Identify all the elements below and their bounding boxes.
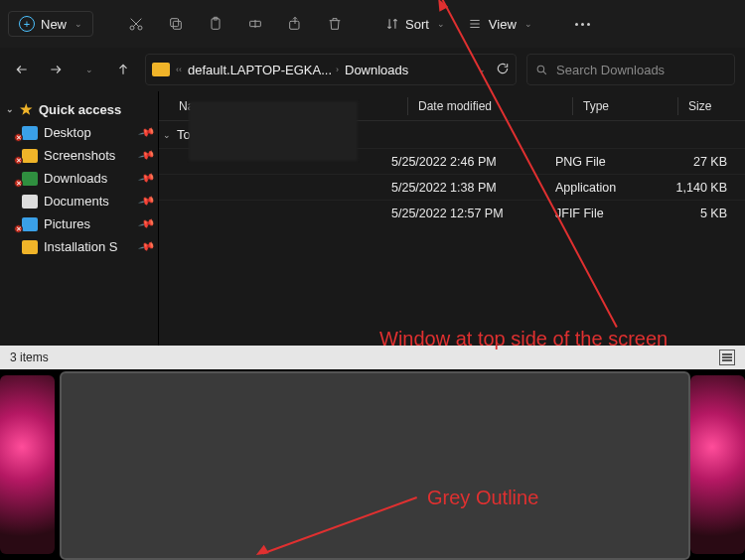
cut-button[interactable]: [119, 7, 153, 41]
star-icon: ★: [20, 101, 33, 117]
copy-button[interactable]: [159, 7, 193, 41]
table-row[interactable]: 5/25/2022 1:38 PM Application 1,140 KB: [159, 174, 745, 200]
chevron-down-icon: ⌄: [524, 19, 532, 29]
col-date[interactable]: Date modified: [408, 99, 572, 113]
chevron-down-icon: ⌄: [6, 104, 14, 114]
desktop-icon: [22, 126, 38, 140]
search-input[interactable]: Search Downloads: [526, 54, 735, 85]
details-view-icon[interactable]: [719, 350, 735, 365]
snap-outline: [60, 371, 690, 560]
view-label: View: [489, 17, 517, 32]
forward-button[interactable]: [44, 58, 68, 81]
more-button[interactable]: [566, 7, 600, 41]
downloads-icon: [22, 172, 38, 186]
pin-icon: 📌: [138, 214, 157, 232]
nav-row: ⌄ ‹‹ default.LAPTOP-EGKA...› Downloads ⌄…: [0, 48, 745, 91]
paste-button[interactable]: [199, 7, 232, 41]
pin-icon: 📌: [138, 192, 157, 210]
breadcrumb-item[interactable]: Downloads: [345, 63, 408, 77]
desktop-area: [0, 369, 745, 560]
new-label: New: [41, 17, 67, 32]
breadcrumb-item[interactable]: default.LAPTOP-EGKA...›: [188, 63, 339, 77]
redacted-filenames: [189, 101, 358, 161]
documents-icon: [22, 195, 38, 209]
wallpaper-left: [0, 375, 55, 554]
folder-icon: [22, 240, 38, 254]
chevron-down-icon: ⌄: [74, 19, 82, 29]
svg-rect-7: [290, 21, 299, 29]
pin-icon: 📌: [138, 123, 157, 141]
search-icon: [535, 64, 548, 76]
search-placeholder: Search Downloads: [556, 63, 665, 77]
wallpaper-right: [690, 375, 745, 554]
rename-button[interactable]: [238, 7, 272, 41]
chevron-down-icon: ⌄: [163, 130, 171, 140]
back-button[interactable]: [10, 58, 34, 81]
svg-point-8: [537, 66, 544, 72]
status-bar: 3 items: [0, 346, 745, 369]
svg-rect-2: [173, 21, 181, 29]
pictures-icon: [22, 217, 38, 231]
chevron-down-icon: ⌄: [437, 19, 445, 29]
folder-icon: [152, 63, 170, 76]
sidebar-item-documents[interactable]: Documents📌: [0, 190, 158, 212]
toolbar: + New ⌄ Sort ⌄ View ⌄: [0, 0, 745, 48]
svg-rect-3: [171, 19, 179, 27]
crumb-caret-icon: ‹‹: [176, 65, 182, 74]
sidebar-item-desktop[interactable]: ✕ Desktop📌: [0, 121, 158, 144]
col-type[interactable]: Type: [573, 99, 677, 113]
quick-access[interactable]: ⌄ ★ Quick access: [0, 97, 158, 121]
sort-label: Sort: [405, 17, 429, 32]
address-bar[interactable]: ‹‹ default.LAPTOP-EGKA...› Downloads ⌄: [145, 54, 517, 85]
pin-icon: 📌: [138, 146, 157, 164]
refresh-button[interactable]: [496, 62, 510, 78]
col-size[interactable]: Size: [678, 99, 745, 113]
new-button[interactable]: + New ⌄: [8, 11, 93, 37]
file-list: Name Date modified Type Size ⌄ Today (3)…: [159, 91, 745, 346]
folder-icon: [22, 149, 38, 163]
plus-circle-icon: +: [19, 16, 35, 32]
sidebar-item-pictures[interactable]: ✕ Pictures📌: [0, 212, 158, 235]
pin-icon: 📌: [138, 237, 157, 255]
sidebar-item-downloads[interactable]: ✕ Downloads📌: [0, 167, 158, 190]
delete-button[interactable]: [318, 7, 352, 41]
table-row[interactable]: 5/25/2022 12:57 PM JFIF File 5 KB: [159, 200, 745, 225]
pin-icon: 📌: [138, 169, 157, 187]
sidebar-item-installation[interactable]: Installation S📌: [0, 235, 158, 258]
sidebar-item-screenshots[interactable]: ✕ Screenshots📌: [0, 144, 158, 167]
view-button[interactable]: View ⌄: [459, 17, 540, 32]
item-count: 3 items: [10, 350, 49, 364]
recent-chevron-icon[interactable]: ⌄: [77, 58, 101, 81]
sort-button[interactable]: Sort ⌄: [377, 17, 453, 32]
sidebar: ⌄ ★ Quick access ✕ Desktop📌 ✕ Screenshot…: [0, 91, 159, 346]
up-button[interactable]: [111, 58, 135, 81]
share-button[interactable]: [278, 7, 312, 41]
